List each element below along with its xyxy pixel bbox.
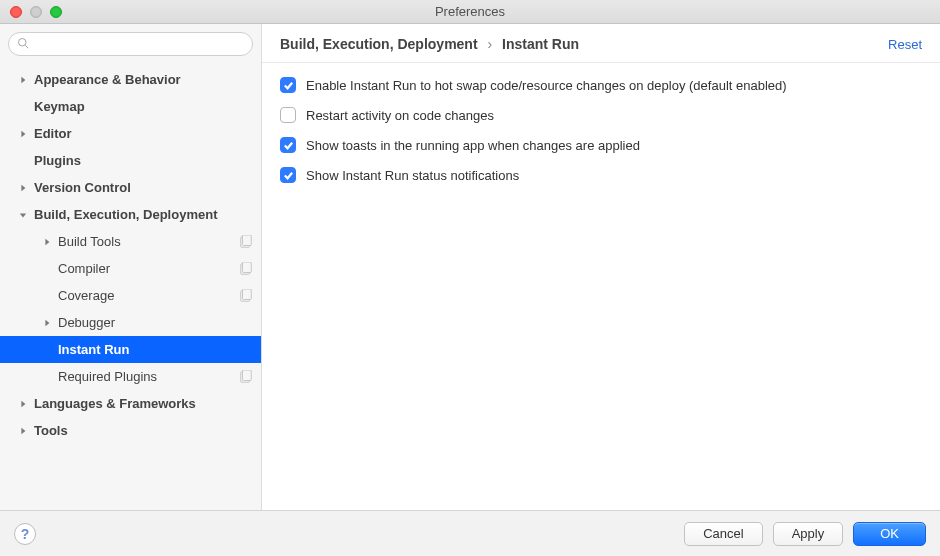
chevron-right-icon[interactable] xyxy=(18,399,28,409)
sidebar: Appearance & BehaviorKeymapEditorPlugins… xyxy=(0,24,262,510)
ok-button[interactable]: OK xyxy=(853,522,926,546)
sidebar-item-required-plugins[interactable]: Required Plugins xyxy=(0,363,261,390)
svg-rect-10 xyxy=(243,262,252,273)
option-row: Show Instant Run status notifications xyxy=(280,167,922,183)
apply-button[interactable]: Apply xyxy=(773,522,844,546)
checkbox[interactable] xyxy=(280,137,296,153)
sidebar-item-languages-frameworks[interactable]: Languages & Frameworks xyxy=(0,390,261,417)
svg-marker-17 xyxy=(21,427,25,433)
option-label: Restart activity on code changes xyxy=(306,108,494,123)
svg-marker-2 xyxy=(21,76,25,82)
checkbox[interactable] xyxy=(280,77,296,93)
option-label: Show Instant Run status notifications xyxy=(306,168,519,183)
option-row: Restart activity on code changes xyxy=(280,107,922,123)
sidebar-item-label: Appearance & Behavior xyxy=(34,72,253,87)
breadcrumb-current: Instant Run xyxy=(502,36,579,52)
svg-rect-12 xyxy=(243,289,252,300)
svg-marker-16 xyxy=(21,400,25,406)
sidebar-item-build-execution-deployment[interactable]: Build, Execution, Deployment xyxy=(0,201,261,228)
breadcrumb-parent: Build, Execution, Deployment xyxy=(280,36,478,52)
svg-marker-6 xyxy=(45,238,49,244)
sidebar-item-keymap[interactable]: Keymap xyxy=(0,93,261,120)
svg-rect-15 xyxy=(243,370,252,381)
sidebar-item-label: Compiler xyxy=(58,261,239,276)
sidebar-item-build-tools[interactable]: Build Tools xyxy=(0,228,261,255)
preferences-tree: Appearance & BehaviorKeymapEditorPlugins… xyxy=(0,64,261,510)
svg-point-0 xyxy=(19,38,27,46)
project-scope-icon xyxy=(239,262,253,276)
project-scope-icon xyxy=(239,289,253,303)
option-row: Enable Instant Run to hot swap code/reso… xyxy=(280,77,922,93)
breadcrumb: Build, Execution, Deployment › Instant R… xyxy=(280,36,579,52)
sidebar-item-label: Debugger xyxy=(58,315,253,330)
svg-marker-13 xyxy=(45,319,49,325)
sidebar-item-label: Build, Execution, Deployment xyxy=(34,207,253,222)
chevron-right-icon[interactable] xyxy=(42,318,52,328)
sidebar-item-label: Build Tools xyxy=(58,234,239,249)
sidebar-item-tools[interactable]: Tools xyxy=(0,417,261,444)
chevron-right-icon[interactable] xyxy=(18,129,28,139)
project-scope-icon xyxy=(239,235,253,249)
sidebar-item-label: Required Plugins xyxy=(58,369,239,384)
reset-link[interactable]: Reset xyxy=(888,37,922,52)
sidebar-item-editor[interactable]: Editor xyxy=(0,120,261,147)
chevron-right-icon[interactable] xyxy=(18,75,28,85)
sidebar-item-label: Coverage xyxy=(58,288,239,303)
sidebar-item-label: Plugins xyxy=(34,153,253,168)
cancel-button[interactable]: Cancel xyxy=(684,522,762,546)
titlebar: Preferences xyxy=(0,0,940,24)
dialog-footer: ? Cancel Apply OK xyxy=(0,510,940,556)
sidebar-item-label: Keymap xyxy=(34,99,253,114)
sidebar-item-version-control[interactable]: Version Control xyxy=(0,174,261,201)
checkbox[interactable] xyxy=(280,107,296,123)
sidebar-item-label: Tools xyxy=(34,423,253,438)
checkbox[interactable] xyxy=(280,167,296,183)
sidebar-item-compiler[interactable]: Compiler xyxy=(0,255,261,282)
sidebar-item-appearance-behavior[interactable]: Appearance & Behavior xyxy=(0,66,261,93)
project-scope-icon xyxy=(239,370,253,384)
sidebar-item-instant-run[interactable]: Instant Run xyxy=(0,336,261,363)
option-row: Show toasts in the running app when chan… xyxy=(280,137,922,153)
chevron-right-icon[interactable] xyxy=(18,426,28,436)
svg-line-1 xyxy=(25,45,28,48)
svg-marker-3 xyxy=(21,130,25,136)
sidebar-item-coverage[interactable]: Coverage xyxy=(0,282,261,309)
option-label: Show toasts in the running app when chan… xyxy=(306,138,640,153)
option-label: Enable Instant Run to hot swap code/reso… xyxy=(306,78,787,93)
search-field[interactable] xyxy=(33,34,244,54)
sidebar-item-debugger[interactable]: Debugger xyxy=(0,309,261,336)
sidebar-item-label: Languages & Frameworks xyxy=(34,396,253,411)
chevron-down-icon[interactable] xyxy=(18,210,28,220)
svg-marker-5 xyxy=(20,213,26,217)
chevron-right-icon[interactable] xyxy=(42,237,52,247)
sidebar-item-label: Version Control xyxy=(34,180,253,195)
sidebar-item-plugins[interactable]: Plugins xyxy=(0,147,261,174)
help-button[interactable]: ? xyxy=(14,523,36,545)
svg-marker-4 xyxy=(21,184,25,190)
chevron-right-icon[interactable] xyxy=(18,183,28,193)
search-input[interactable] xyxy=(8,32,253,56)
sidebar-item-label: Editor xyxy=(34,126,253,141)
settings-pane: Build, Execution, Deployment › Instant R… xyxy=(262,24,940,510)
sidebar-item-label: Instant Run xyxy=(58,342,253,357)
window-title: Preferences xyxy=(0,4,940,19)
search-icon xyxy=(17,37,33,52)
svg-rect-8 xyxy=(243,235,252,246)
options-list: Enable Instant Run to hot swap code/reso… xyxy=(262,63,940,211)
chevron-right-icon: › xyxy=(481,36,498,52)
